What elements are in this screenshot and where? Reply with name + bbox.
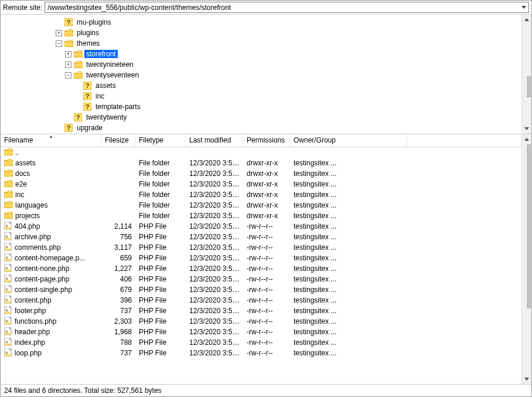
tree-item[interactable]: −themes <box>1 38 521 49</box>
folder-icon <box>73 60 83 69</box>
cell-size: 737 <box>101 307 135 315</box>
table-row[interactable]: e2eFile folder12/3/2020 3:50:...drwxr-xr… <box>1 179 521 189</box>
table-row[interactable]: incFile folder12/3/2020 3:50:...drwxr-xr… <box>1 189 521 200</box>
table-row[interactable]: content-homepage.p...659PHP File12/3/202… <box>1 253 521 263</box>
list-scroll-thumb[interactable] <box>527 144 532 308</box>
table-row[interactable]: functions.php2,303PHP File12/3/2020 3:50… <box>1 316 521 327</box>
header-filesize[interactable]: Filesize <box>101 134 135 147</box>
table-row[interactable]: archive.php756PHP File12/3/2020 3:50:...… <box>1 232 521 242</box>
cell-text: .. <box>15 148 19 157</box>
table-row[interactable]: content.php396PHP File12/3/2020 3:50:...… <box>1 295 521 306</box>
chevron-down-icon <box>521 6 526 9</box>
cell-type: PHP File <box>135 264 186 273</box>
php-file-icon <box>4 296 12 306</box>
tree-item[interactable]: inc <box>1 91 521 101</box>
cell-owner: testingsitex ... <box>290 243 407 252</box>
table-row[interactable]: content-none.php1,227PHP File12/3/2020 3… <box>1 263 521 274</box>
expand-icon[interactable]: + <box>65 62 71 68</box>
unknown-folder-icon <box>73 113 83 121</box>
cell-text: docs <box>15 169 30 178</box>
folder-icon <box>4 169 13 178</box>
header-filetype[interactable]: Filetype <box>135 134 186 147</box>
cell-size: 737 <box>101 349 135 357</box>
cell-modified: 12/3/2020 3:50:... <box>186 328 243 336</box>
table-row[interactable]: content-page.php406PHP File12/3/2020 3:5… <box>1 274 521 284</box>
php-file-icon <box>4 253 12 263</box>
cell-modified: 12/3/2020 3:50:... <box>186 169 243 178</box>
tree-item[interactable]: assets <box>1 80 521 91</box>
list-scrollbar[interactable] <box>521 134 531 384</box>
cell-text: content-homepage.p... <box>15 254 85 262</box>
cell-size: 396 <box>101 296 135 304</box>
table-row[interactable]: languagesFile folder12/3/2020 3:50:...dr… <box>1 200 521 211</box>
toggle-spacer <box>74 83 81 89</box>
table-row[interactable]: assetsFile folder12/3/2020 3:50:...drwxr… <box>1 158 521 168</box>
directory-tree[interactable]: mu-plugins+plugins−themes+storefront+twe… <box>1 15 521 134</box>
tree-item[interactable]: +storefront <box>1 49 521 59</box>
table-row[interactable]: footer.php737PHP File12/3/2020 3:50:...-… <box>1 306 521 316</box>
path-dropdown-button[interactable] <box>519 2 528 12</box>
table-row[interactable]: 404.php2,114PHP File12/3/2020 3:50:...-r… <box>1 221 521 232</box>
scroll-down-icon[interactable] <box>523 124 531 134</box>
cell-owner: testingsitex ... <box>290 264 407 273</box>
tree-item[interactable]: +plugins <box>1 28 521 38</box>
cell-type: File folder <box>135 191 186 199</box>
cell-permissions: drwxr-xr-x <box>243 159 290 167</box>
expand-icon[interactable]: + <box>56 30 62 36</box>
cell-owner: testingsitex ... <box>290 169 407 178</box>
scroll-up-icon[interactable] <box>523 15 531 25</box>
table-row[interactable]: .. <box>1 147 521 158</box>
cell-owner: testingsitex ... <box>290 191 407 199</box>
header-owner[interactable]: Owner/Group <box>290 134 407 147</box>
toggle-spacer <box>56 19 62 26</box>
table-row[interactable]: docsFile folder12/3/2020 3:50:...drwxr-x… <box>1 168 521 179</box>
table-row[interactable]: projectsFile folder12/3/2020 3:50:...drw… <box>1 211 521 221</box>
tree-item[interactable]: twentytwenty <box>1 112 521 123</box>
cell-filename: content.php <box>1 296 101 306</box>
cell-filename: e2e <box>1 180 101 189</box>
cell-text: assets <box>15 159 36 167</box>
tree-item[interactable]: +twentynineteen <box>1 59 521 70</box>
cell-permissions: drwxr-xr-x <box>243 201 290 209</box>
header-modified[interactable]: Last modified <box>186 134 243 147</box>
cell-modified: 12/3/2020 3:50:... <box>186 254 243 262</box>
tree-item[interactable]: template-parts <box>1 101 521 112</box>
cell-type: PHP File <box>135 296 186 304</box>
folder-icon <box>4 191 13 199</box>
tree-scroll-thumb[interactable] <box>527 76 532 97</box>
table-row[interactable]: content-single.php679PHP File12/3/2020 3… <box>1 284 521 295</box>
tree-scrollbar[interactable] <box>521 15 531 134</box>
cell-text: languages <box>15 201 47 209</box>
cell-type: PHP File <box>135 307 186 315</box>
folder-icon <box>73 71 83 79</box>
cell-text: content-none.php <box>15 264 69 273</box>
cell-type: File folder <box>135 212 186 220</box>
scroll-up-icon[interactable] <box>523 134 531 144</box>
php-file-icon <box>4 327 12 337</box>
header-permissions[interactable]: Permissions <box>243 134 290 147</box>
scroll-down-icon[interactable] <box>523 374 531 384</box>
expand-icon[interactable]: + <box>65 51 71 57</box>
table-row[interactable]: loop.php737PHP File12/3/2020 3:50:...-rw… <box>1 348 521 358</box>
remote-path-input[interactable] <box>45 2 529 13</box>
unknown-folder-icon <box>83 82 92 90</box>
tree-item[interactable]: mu-plugins <box>1 17 521 28</box>
collapse-icon[interactable]: − <box>56 40 62 47</box>
table-row[interactable]: index.php788PHP File12/3/2020 3:50:...-r… <box>1 337 521 348</box>
cell-modified: 12/3/2020 3:50:... <box>186 201 243 209</box>
collapse-icon[interactable]: − <box>65 72 71 79</box>
unknown-folder-icon <box>83 103 92 111</box>
table-row[interactable]: comments.php3,117PHP File12/3/2020 3:50:… <box>1 242 521 253</box>
cell-type: PHP File <box>135 233 186 241</box>
cell-modified: 12/3/2020 3:50:... <box>186 296 243 304</box>
header-filename[interactable]: Filename ▴ <box>1 134 101 147</box>
cell-owner: testingsitex ... <box>290 328 407 336</box>
cell-type: PHP File <box>135 243 186 252</box>
tree-item[interactable]: upgrade <box>1 123 521 133</box>
table-row[interactable]: header.php1,968PHP File12/3/2020 3:50:..… <box>1 327 521 337</box>
remote-path-bar: Remote site: <box>1 1 531 15</box>
cell-modified: 12/3/2020 3:50:... <box>186 275 243 283</box>
cell-text: loop.php <box>15 349 42 357</box>
tree-item[interactable]: −twentyseventeen <box>1 70 521 80</box>
cell-type: PHP File <box>135 338 186 347</box>
